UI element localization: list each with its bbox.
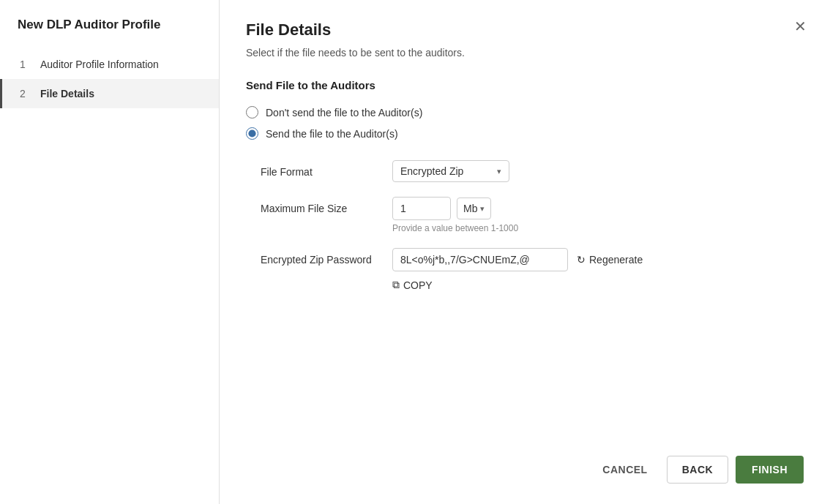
max-file-size-row: Maximum File Size Mb ▾ Provide a value b… [261,197,804,233]
radio-dont-send-label: Don't send the file to the Auditor(s) [266,107,422,119]
form-section: File Format Encrypted Zip ▾ Maximum File… [246,160,804,291]
regenerate-icon: ↻ [577,254,586,266]
back-button[interactable]: BACK [667,456,728,484]
radio-dont-send-input[interactable] [246,106,258,119]
footer: CANCEL BACK FINISH [246,441,804,484]
section-title: Send File to the Auditors [246,79,804,91]
max-file-size-control: Mb ▾ Provide a value between 1-1000 [392,197,518,233]
password-input[interactable] [392,248,568,271]
file-size-unit-dropdown[interactable]: Mb ▾ [457,198,491,219]
sidebar: New DLP Auditor Profile 1 Auditor Profil… [0,0,220,504]
cancel-button[interactable]: CANCEL [591,456,659,484]
copy-icon: ⧉ [392,279,400,291]
file-size-input-group: Mb ▾ [392,197,518,220]
copy-button[interactable]: ⧉ COPY [392,279,643,291]
sidebar-item-file-details[interactable]: 2 File Details [0,79,219,108]
step-number-2: 2 [20,88,31,99]
send-file-radio-group: Don't send the file to the Auditor(s) Se… [246,106,804,140]
copy-label: COPY [403,279,433,291]
chevron-down-icon: ▾ [497,167,501,176]
file-format-dropdown[interactable]: Encrypted Zip ▾ [392,160,509,182]
file-format-row: File Format Encrypted Zip ▾ [261,160,804,182]
radio-send-input[interactable] [246,127,258,140]
password-row: Encrypted Zip Password ↻ Regenerate ⧉ CO… [261,248,804,291]
file-format-control: Encrypted Zip ▾ [392,160,509,182]
sidebar-title: New DLP Auditor Profile [0,18,219,50]
step-label-file-details: File Details [40,88,94,99]
radio-send-label: Send the file to the Auditor(s) [266,128,398,140]
max-file-size-input[interactable] [392,197,451,220]
max-file-size-label: Maximum File Size [261,197,378,214]
file-format-label: File Format [261,160,378,178]
step-label-auditor-profile: Auditor Profile Information [40,59,159,70]
step-number-1: 1 [20,59,31,70]
page-title: File Details [246,20,804,40]
password-field-row: ↻ Regenerate [392,248,643,271]
password-control: ↻ Regenerate ⧉ COPY [392,248,643,291]
file-format-value: Encrypted Zip [400,165,463,177]
subtitle: Select if the file needs to be sent to t… [246,47,804,59]
radio-send[interactable]: Send the file to the Auditor(s) [246,127,804,140]
close-icon: ✕ [794,18,807,34]
finish-button[interactable]: FINISH [736,456,804,484]
file-size-hint: Provide a value between 1-1000 [392,223,518,233]
regenerate-label: Regenerate [589,254,643,266]
radio-dont-send[interactable]: Don't send the file to the Auditor(s) [246,106,804,119]
sidebar-item-auditor-profile[interactable]: 1 Auditor Profile Information [0,50,219,79]
file-size-unit-value: Mb [463,203,477,214]
password-label: Encrypted Zip Password [261,248,378,266]
unit-chevron-down-icon: ▾ [480,204,485,214]
close-button[interactable]: ✕ [791,16,810,37]
main-content: ✕ File Details Select if the file needs … [220,0,830,504]
regenerate-button[interactable]: ↻ Regenerate [577,254,643,266]
